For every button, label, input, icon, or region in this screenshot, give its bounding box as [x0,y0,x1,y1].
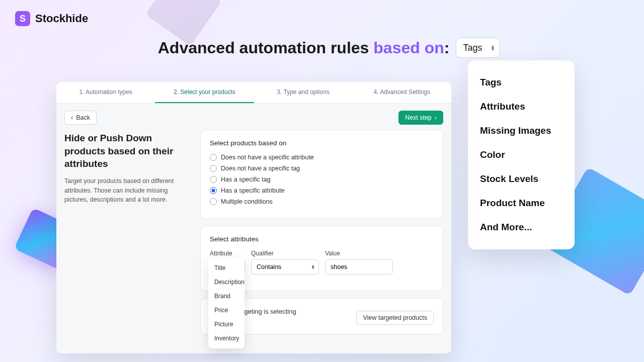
field-label: Qualifier [251,250,319,257]
headline-text: Advanced automation rules based on: [158,39,450,57]
dropdown-option[interactable]: Missing Images [468,119,575,143]
chevron-sort-icon [312,264,314,269]
section-title: Hide or Push Down products based on thei… [64,132,190,170]
card-title: Select attributes [210,235,434,243]
field-label: Attribute [210,250,245,257]
radio-icon [210,154,217,161]
view-targeted-button[interactable]: View targeted products [356,311,434,325]
dropdown-option[interactable]: Price [208,303,245,317]
radio-icon [210,176,217,183]
value-input[interactable] [325,259,393,275]
card-title: Select products based on [210,139,434,147]
chevron-left-icon: ‹ [71,114,73,121]
chevron-right-icon: › [435,114,437,121]
field-label: Value [325,250,393,257]
based-on-select[interactable]: Tags [455,38,500,58]
dropdown-option[interactable]: Product Name [468,191,575,215]
radio-option[interactable]: Has a specific attribute [210,187,434,194]
qualifier-select[interactable]: Contains [251,259,319,275]
chevron-sort-icon [492,45,494,51]
radio-option[interactable]: Multiple conditions [210,198,434,205]
dropdown-option[interactable]: Attributes [468,95,575,119]
next-step-button[interactable]: Next step › [398,111,443,125]
tab-select-products[interactable]: 2. Select your products [155,82,254,103]
dropdown-option[interactable]: Brand [208,289,245,303]
radio-label: Does not have a specific attribute [221,154,314,161]
radio-icon [210,198,217,205]
brand-logo: S Stockhide [15,11,88,26]
logo-icon: S [15,11,30,26]
tab-advanced-settings[interactable]: 4. Advanced Settings [353,82,451,103]
radio-option[interactable]: Does not have a specific tag [210,165,434,172]
radio-option[interactable]: Does not have a specific attribute [210,154,434,161]
brand-name: Stockhide [35,12,88,25]
dropdown-option[interactable]: And More... [468,215,575,239]
dropdown-option[interactable]: Tags [468,70,575,95]
tab-automation-types[interactable]: 1. Automation types [56,82,155,103]
app-panel: 1. Automation types 2. Select your produ… [56,82,451,353]
radio-label: Multiple conditions [221,198,273,205]
dropdown-option[interactable]: Stock Levels [468,167,575,191]
dropdown-option[interactable]: Picture [208,317,245,331]
back-button[interactable]: ‹ Back [64,111,97,125]
radio-label: Has a specific attribute [221,187,284,194]
dropdown-option[interactable]: Description [208,275,245,289]
radio-label: Does not have a specific tag [221,165,300,172]
radio-icon [210,165,217,172]
wizard-tabs: 1. Automation types 2. Select your produ… [56,82,451,104]
attribute-dropdown[interactable]: Title Description Brand Price Picture In… [208,258,245,348]
tab-type-options[interactable]: 3. Type and options [254,82,353,103]
dropdown-option[interactable]: Inventory [208,331,245,345]
dropdown-option[interactable]: Color [468,143,575,167]
dropdown-option[interactable]: Title [208,261,245,275]
radio-label: Has a specific tag [221,176,271,183]
radio-icon [210,187,217,194]
section-desc: Target your products based on different … [64,176,190,205]
based-on-dropdown[interactable]: Tags Attributes Missing Images Color Sto… [468,60,575,249]
radio-option[interactable]: Has a specific tag [210,176,434,183]
card-select-basis: Select products based on Does not have a… [200,130,443,219]
headline: Advanced automation rules based on: Tags [158,38,500,58]
